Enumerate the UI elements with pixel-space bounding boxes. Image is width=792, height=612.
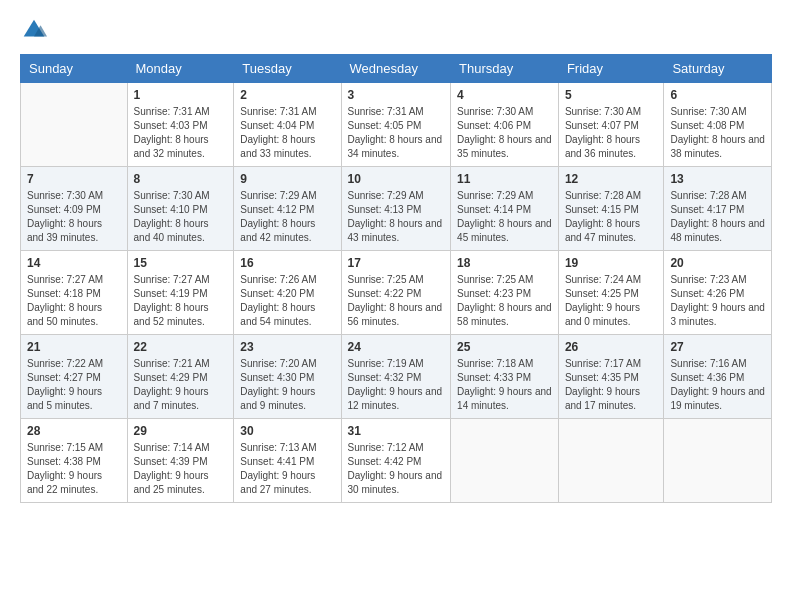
calendar-cell: 22Sunrise: 7:21 AMSunset: 4:29 PMDayligh… [127,335,234,419]
day-number: 7 [27,172,121,186]
calendar-table: SundayMondayTuesdayWednesdayThursdayFrid… [20,54,772,503]
calendar-cell: 6Sunrise: 7:30 AMSunset: 4:08 PMDaylight… [664,83,772,167]
week-row-1: 1Sunrise: 7:31 AMSunset: 4:03 PMDaylight… [21,83,772,167]
calendar-cell: 19Sunrise: 7:24 AMSunset: 4:25 PMDayligh… [558,251,664,335]
day-info: Sunrise: 7:30 AMSunset: 4:06 PMDaylight:… [457,105,552,161]
day-number: 13 [670,172,765,186]
day-number: 26 [565,340,658,354]
day-number: 21 [27,340,121,354]
day-number: 22 [134,340,228,354]
day-info: Sunrise: 7:31 AMSunset: 4:04 PMDaylight:… [240,105,334,161]
calendar-cell: 20Sunrise: 7:23 AMSunset: 4:26 PMDayligh… [664,251,772,335]
calendar-cell: 3Sunrise: 7:31 AMSunset: 4:05 PMDaylight… [341,83,451,167]
day-number: 27 [670,340,765,354]
calendar-cell: 23Sunrise: 7:20 AMSunset: 4:30 PMDayligh… [234,335,341,419]
day-number: 18 [457,256,552,270]
weekday-header-sunday: Sunday [21,55,128,83]
day-info: Sunrise: 7:28 AMSunset: 4:17 PMDaylight:… [670,189,765,245]
weekday-header-friday: Friday [558,55,664,83]
day-number: 3 [348,88,445,102]
day-info: Sunrise: 7:19 AMSunset: 4:32 PMDaylight:… [348,357,445,413]
day-info: Sunrise: 7:12 AMSunset: 4:42 PMDaylight:… [348,441,445,497]
week-row-5: 28Sunrise: 7:15 AMSunset: 4:38 PMDayligh… [21,419,772,503]
calendar-cell: 14Sunrise: 7:27 AMSunset: 4:18 PMDayligh… [21,251,128,335]
day-number: 23 [240,340,334,354]
day-number: 4 [457,88,552,102]
weekday-header-thursday: Thursday [451,55,559,83]
day-info: Sunrise: 7:23 AMSunset: 4:26 PMDaylight:… [670,273,765,329]
day-info: Sunrise: 7:21 AMSunset: 4:29 PMDaylight:… [134,357,228,413]
week-row-2: 7Sunrise: 7:30 AMSunset: 4:09 PMDaylight… [21,167,772,251]
calendar-cell: 4Sunrise: 7:30 AMSunset: 4:06 PMDaylight… [451,83,559,167]
day-number: 11 [457,172,552,186]
day-info: Sunrise: 7:28 AMSunset: 4:15 PMDaylight:… [565,189,658,245]
day-info: Sunrise: 7:27 AMSunset: 4:19 PMDaylight:… [134,273,228,329]
weekday-header-monday: Monday [127,55,234,83]
day-number: 10 [348,172,445,186]
week-row-3: 14Sunrise: 7:27 AMSunset: 4:18 PMDayligh… [21,251,772,335]
day-number: 24 [348,340,445,354]
day-number: 17 [348,256,445,270]
day-info: Sunrise: 7:30 AMSunset: 4:08 PMDaylight:… [670,105,765,161]
logo [20,16,52,44]
day-number: 19 [565,256,658,270]
day-info: Sunrise: 7:14 AMSunset: 4:39 PMDaylight:… [134,441,228,497]
calendar-cell: 10Sunrise: 7:29 AMSunset: 4:13 PMDayligh… [341,167,451,251]
calendar-cell: 17Sunrise: 7:25 AMSunset: 4:22 PMDayligh… [341,251,451,335]
day-number: 6 [670,88,765,102]
day-number: 1 [134,88,228,102]
calendar-cell: 30Sunrise: 7:13 AMSunset: 4:41 PMDayligh… [234,419,341,503]
weekday-header-wednesday: Wednesday [341,55,451,83]
calendar-cell: 25Sunrise: 7:18 AMSunset: 4:33 PMDayligh… [451,335,559,419]
calendar-cell [21,83,128,167]
calendar-cell [664,419,772,503]
day-info: Sunrise: 7:27 AMSunset: 4:18 PMDaylight:… [27,273,121,329]
day-info: Sunrise: 7:20 AMSunset: 4:30 PMDaylight:… [240,357,334,413]
day-info: Sunrise: 7:30 AMSunset: 4:09 PMDaylight:… [27,189,121,245]
weekday-header-row: SundayMondayTuesdayWednesdayThursdayFrid… [21,55,772,83]
day-info: Sunrise: 7:31 AMSunset: 4:03 PMDaylight:… [134,105,228,161]
day-info: Sunrise: 7:18 AMSunset: 4:33 PMDaylight:… [457,357,552,413]
day-number: 20 [670,256,765,270]
day-number: 31 [348,424,445,438]
day-number: 12 [565,172,658,186]
calendar-cell: 15Sunrise: 7:27 AMSunset: 4:19 PMDayligh… [127,251,234,335]
calendar-cell: 13Sunrise: 7:28 AMSunset: 4:17 PMDayligh… [664,167,772,251]
day-number: 29 [134,424,228,438]
day-info: Sunrise: 7:29 AMSunset: 4:12 PMDaylight:… [240,189,334,245]
day-number: 2 [240,88,334,102]
calendar-cell: 8Sunrise: 7:30 AMSunset: 4:10 PMDaylight… [127,167,234,251]
day-info: Sunrise: 7:16 AMSunset: 4:36 PMDaylight:… [670,357,765,413]
calendar-cell: 1Sunrise: 7:31 AMSunset: 4:03 PMDaylight… [127,83,234,167]
calendar-cell: 2Sunrise: 7:31 AMSunset: 4:04 PMDaylight… [234,83,341,167]
calendar-cell: 5Sunrise: 7:30 AMSunset: 4:07 PMDaylight… [558,83,664,167]
calendar-cell: 12Sunrise: 7:28 AMSunset: 4:15 PMDayligh… [558,167,664,251]
week-row-4: 21Sunrise: 7:22 AMSunset: 4:27 PMDayligh… [21,335,772,419]
day-number: 25 [457,340,552,354]
day-number: 15 [134,256,228,270]
calendar-cell: 29Sunrise: 7:14 AMSunset: 4:39 PMDayligh… [127,419,234,503]
calendar-container: SundayMondayTuesdayWednesdayThursdayFrid… [0,0,792,612]
calendar-cell: 28Sunrise: 7:15 AMSunset: 4:38 PMDayligh… [21,419,128,503]
day-info: Sunrise: 7:29 AMSunset: 4:13 PMDaylight:… [348,189,445,245]
day-info: Sunrise: 7:13 AMSunset: 4:41 PMDaylight:… [240,441,334,497]
calendar-cell: 16Sunrise: 7:26 AMSunset: 4:20 PMDayligh… [234,251,341,335]
day-number: 8 [134,172,228,186]
day-info: Sunrise: 7:30 AMSunset: 4:10 PMDaylight:… [134,189,228,245]
calendar-cell: 21Sunrise: 7:22 AMSunset: 4:27 PMDayligh… [21,335,128,419]
day-info: Sunrise: 7:26 AMSunset: 4:20 PMDaylight:… [240,273,334,329]
day-number: 14 [27,256,121,270]
calendar-cell: 31Sunrise: 7:12 AMSunset: 4:42 PMDayligh… [341,419,451,503]
calendar-cell [558,419,664,503]
weekday-header-tuesday: Tuesday [234,55,341,83]
header [20,16,772,44]
day-info: Sunrise: 7:15 AMSunset: 4:38 PMDaylight:… [27,441,121,497]
day-number: 28 [27,424,121,438]
day-number: 9 [240,172,334,186]
weekday-header-saturday: Saturday [664,55,772,83]
calendar-cell: 24Sunrise: 7:19 AMSunset: 4:32 PMDayligh… [341,335,451,419]
calendar-cell [451,419,559,503]
day-number: 16 [240,256,334,270]
day-number: 30 [240,424,334,438]
day-info: Sunrise: 7:25 AMSunset: 4:23 PMDaylight:… [457,273,552,329]
